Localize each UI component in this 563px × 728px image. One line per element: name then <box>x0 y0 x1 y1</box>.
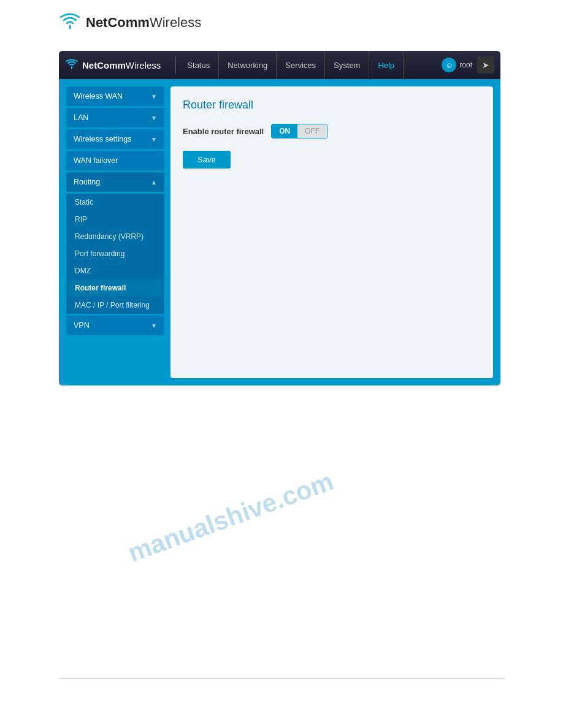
sidebar-wireless-wan-label: Wireless WAN <box>74 92 123 100</box>
top-brand-name: NetCommWireless <box>86 15 201 31</box>
chevron-down-icon: ▼ <box>151 322 157 329</box>
nav-username: root <box>459 61 472 69</box>
sidebar-vpn-label: VPN <box>74 321 90 330</box>
page-wrapper: NetCommWireless NetCommWireless <box>0 0 563 728</box>
toggle-group: ON OFF <box>271 124 327 138</box>
top-logo-area: NetCommWireless <box>0 0 563 45</box>
nav-user: ☺ root <box>442 58 472 72</box>
sidebar-wireless-settings-label: Wireless settings <box>74 135 131 143</box>
nav-item-status[interactable]: Status <box>178 51 219 79</box>
nav-divider <box>175 56 176 74</box>
sidebar-item-port-forwarding[interactable]: Port forwarding <box>66 245 164 262</box>
sidebar-item-mac-ip-filtering[interactable]: MAC / IP / Port filtering <box>66 297 164 314</box>
sidebar-lan-label: LAN <box>74 113 88 122</box>
nav-logo: NetCommWireless <box>65 58 161 72</box>
nav-bar: NetCommWireless Status Networking Servic… <box>59 51 500 79</box>
nav-item-system[interactable]: System <box>325 51 369 79</box>
chevron-up-icon: ▲ <box>151 179 157 186</box>
sidebar-item-lan[interactable]: LAN ▼ <box>66 108 164 127</box>
sidebar-item-vpn[interactable]: VPN ▼ <box>66 316 164 335</box>
sidebar-item-redundancy[interactable]: Redundancy (VRRP) <box>66 228 164 245</box>
nav-item-networking[interactable]: Networking <box>219 51 277 79</box>
user-icon: ☺ <box>442 58 456 72</box>
save-button[interactable]: Save <box>183 151 231 169</box>
sidebar: Wireless WAN ▼ LAN ▼ Wireless settings ▼… <box>66 86 164 378</box>
sidebar-item-rip[interactable]: RIP <box>66 211 164 228</box>
sidebar-routing-label: Routing <box>74 178 100 186</box>
nav-items: Status Networking Services System Help <box>178 51 442 79</box>
top-logo-icon <box>59 11 81 34</box>
nav-item-help[interactable]: Help <box>369 51 404 79</box>
sidebar-item-routing[interactable]: Routing ▲ <box>66 172 164 192</box>
logout-button[interactable]: ➤ <box>477 56 494 74</box>
enable-firewall-label: Enable router firewall <box>183 127 264 136</box>
panel-title: Router firewall <box>183 99 481 112</box>
content-area: Wireless WAN ▼ LAN ▼ Wireless settings ▼… <box>59 79 500 385</box>
ui-container: NetCommWireless Status Networking Servic… <box>59 51 500 385</box>
chevron-down-icon: ▼ <box>151 136 157 143</box>
watermark: manualshive.com <box>124 466 337 568</box>
form-row-firewall: Enable router firewall ON OFF <box>183 124 481 138</box>
sidebar-item-wan-failover[interactable]: WAN failover <box>66 151 164 170</box>
main-panel: Router firewall Enable router firewall O… <box>170 86 493 378</box>
chevron-down-icon: ▼ <box>151 93 157 100</box>
nav-item-services[interactable]: Services <box>277 51 325 79</box>
sidebar-wan-failover-label: WAN failover <box>74 156 118 165</box>
sidebar-item-wireless-wan[interactable]: Wireless WAN ▼ <box>66 86 164 106</box>
sidebar-item-static[interactable]: Static <box>66 194 164 211</box>
bottom-divider <box>59 678 504 679</box>
sidebar-routing-submenu: Static RIP Redundancy (VRRP) Port forwar… <box>66 194 164 314</box>
sidebar-item-dmz[interactable]: DMZ <box>66 262 164 279</box>
toggle-off-button[interactable]: OFF <box>297 124 327 138</box>
sidebar-item-router-firewall[interactable]: Router firewall <box>66 279 164 297</box>
nav-right: ☺ root ➤ <box>442 56 494 74</box>
toggle-on-button[interactable]: ON <box>272 124 297 138</box>
chevron-down-icon: ▼ <box>151 115 157 121</box>
nav-brand-name: NetCommWireless <box>82 60 161 70</box>
sidebar-item-wireless-settings[interactable]: Wireless settings ▼ <box>66 129 164 149</box>
nav-logo-icon <box>65 58 79 72</box>
